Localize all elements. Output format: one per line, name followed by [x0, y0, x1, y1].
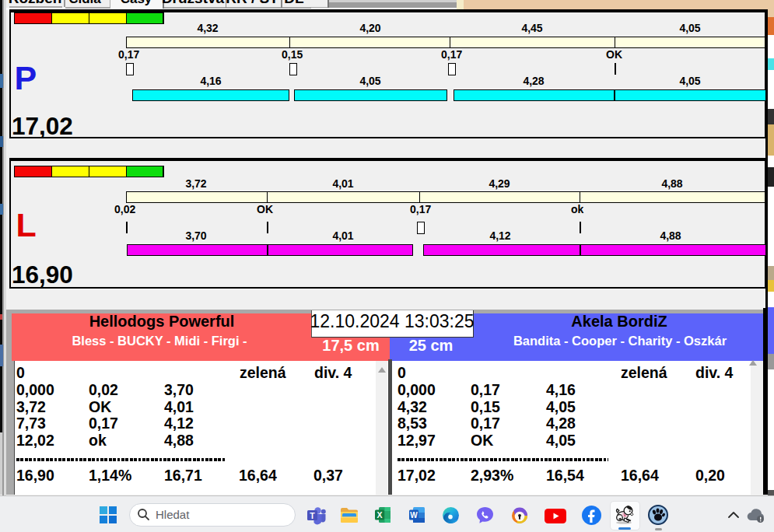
svg-text:T: T	[310, 511, 315, 520]
svg-text:X: X	[376, 510, 382, 520]
svg-text:W: W	[410, 511, 418, 520]
